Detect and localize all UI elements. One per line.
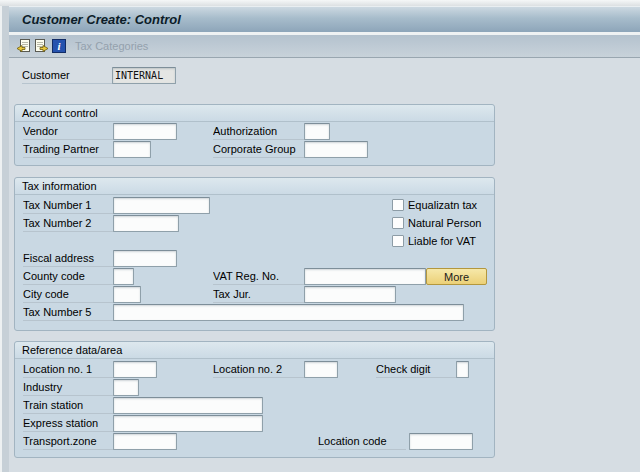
train-station-label: Train station xyxy=(23,398,113,414)
group-account-control: Account control Vendor Authorization Tra… xyxy=(14,104,495,166)
trading-partner-field[interactable] xyxy=(113,141,151,158)
group-account-control-title: Account control xyxy=(15,105,494,122)
vendor-field[interactable] xyxy=(113,123,177,140)
window-frame-left xyxy=(0,6,9,472)
express-station-label: Express station xyxy=(23,416,113,432)
transport-zone-label: Transport.zone xyxy=(23,434,113,450)
screen-titlebar: Customer Create: Control xyxy=(9,6,640,32)
corporate-group-field[interactable] xyxy=(304,141,368,158)
information-icon[interactable]: i xyxy=(52,38,67,54)
customer-field[interactable] xyxy=(112,67,176,84)
sap-window: Customer Create: Control i Tax Categorie… xyxy=(0,0,640,472)
check-digit-field[interactable] xyxy=(456,361,469,378)
express-station-field[interactable] xyxy=(113,415,263,432)
authorization-field[interactable] xyxy=(304,123,330,140)
liable-for-vat-checkbox[interactable] xyxy=(392,235,404,247)
tax-jur-field[interactable] xyxy=(304,286,396,303)
application-toolbar: i Tax Categories xyxy=(9,35,640,58)
tax-number-1-label: Tax Number 1 xyxy=(23,198,113,214)
industry-field[interactable] xyxy=(113,379,139,396)
tax-number-2-label: Tax Number 2 xyxy=(23,216,113,232)
fiscal-address-field[interactable] xyxy=(113,250,177,267)
tax-number-5-field[interactable] xyxy=(113,304,464,321)
tax-jur-label: Tax Jur. xyxy=(213,287,304,303)
tax-number-2-field[interactable] xyxy=(113,215,179,232)
county-code-field[interactable] xyxy=(113,268,134,285)
group-tax-information-title: Tax information xyxy=(15,178,494,195)
city-code-field[interactable] xyxy=(113,286,141,303)
county-code-label: County code xyxy=(23,269,113,285)
city-code-label: City code xyxy=(23,287,113,303)
equalizatn-tax-label: Equalizatn tax xyxy=(408,199,477,212)
corporate-group-label: Corporate Group xyxy=(213,142,304,158)
group-tax-information: Tax information Tax Number 1 Tax Number … xyxy=(14,177,495,331)
vendor-label: Vendor xyxy=(23,124,113,140)
location-no-1-label: Location no. 1 xyxy=(23,362,113,378)
location-no-2-field[interactable] xyxy=(304,361,338,378)
vat-reg-no-field[interactable] xyxy=(304,268,426,285)
tax-number-1-field[interactable] xyxy=(113,197,210,214)
vat-reg-no-label: VAT Reg. No. xyxy=(213,269,304,285)
train-station-field[interactable] xyxy=(113,397,263,414)
natural-person-label: Natural Person xyxy=(408,217,481,230)
authorization-label: Authorization xyxy=(213,124,304,140)
group-reference-data: Reference data/area Location no. 1 Locat… xyxy=(14,341,495,458)
tax-number-5-label: Tax Number 5 xyxy=(23,305,113,321)
page-title: Customer Create: Control xyxy=(22,12,181,27)
liable-for-vat-label: Liable for VAT xyxy=(408,235,476,248)
location-code-label: Location code xyxy=(318,434,406,450)
check-digit-label: Check digit xyxy=(376,362,456,378)
tax-categories-button: Tax Categories xyxy=(75,40,148,52)
trading-partner-label: Trading Partner xyxy=(23,142,113,158)
next-screen-icon[interactable] xyxy=(34,38,49,54)
fiscal-address-label: Fiscal address xyxy=(23,251,113,267)
location-code-field[interactable] xyxy=(409,433,473,450)
natural-person-checkbox[interactable] xyxy=(392,217,404,229)
more-button[interactable]: More xyxy=(426,268,487,285)
group-reference-data-title: Reference data/area xyxy=(15,342,494,359)
equalizatn-tax-checkbox[interactable] xyxy=(392,199,404,211)
location-no-1-field[interactable] xyxy=(113,361,157,378)
transport-zone-field[interactable] xyxy=(113,433,177,450)
customer-label: Customer xyxy=(22,68,112,84)
location-no-2-label: Location no. 2 xyxy=(213,362,304,378)
industry-label: Industry xyxy=(23,380,113,396)
previous-screen-icon[interactable] xyxy=(16,38,31,54)
